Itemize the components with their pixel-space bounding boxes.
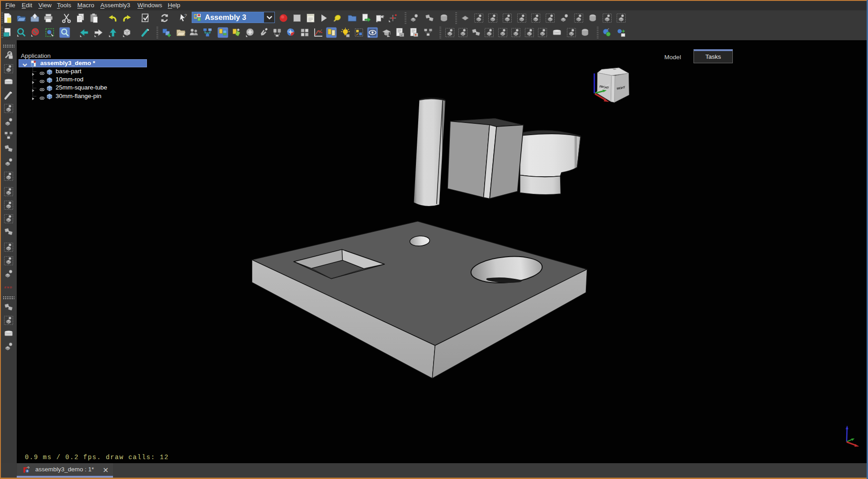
svg-text:?: ? xyxy=(184,13,187,19)
svg-text:E N D: E N D xyxy=(5,286,12,289)
